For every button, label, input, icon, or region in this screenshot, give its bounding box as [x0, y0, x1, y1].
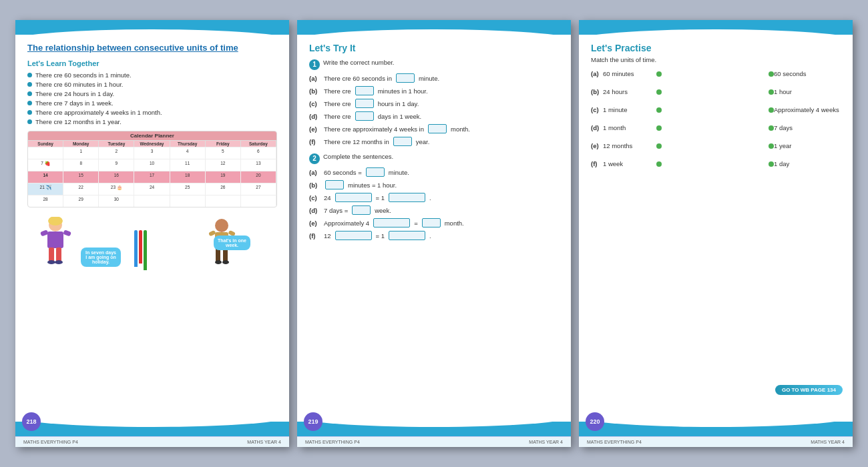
cal-cell: 26 [206, 183, 241, 195]
section1-header: 1 Write the correct number. [309, 59, 559, 70]
cal-cell: 23 🎂 [99, 183, 134, 195]
exercise-2b: (b) minutes = 1 hour. [309, 180, 559, 189]
cal-header: Saturday [241, 141, 276, 147]
match-dot-right [769, 161, 774, 167]
page-footer-middle: MATHS EVERYTHING P4 219 MATHS YEAR 4 [297, 436, 571, 447]
speech-bubble-holiday: In seven days I am going on holiday. [81, 248, 121, 267]
cal-cell: 5 [206, 147, 241, 159]
section-num-2: 2 [309, 153, 320, 164]
fill-box-2e2[interactable] [422, 218, 441, 227]
cal-cell: 24 [134, 183, 170, 195]
fill-box-2e1[interactable] [373, 218, 410, 227]
wb-button[interactable]: GO TO WB PAGE 134 [775, 385, 843, 395]
cal-cell: 16 [99, 171, 134, 183]
cal-cell: 11 [170, 159, 206, 171]
wave-top-right [579, 20, 853, 35]
section2-header: 2 Complete the sentences. [309, 153, 559, 164]
exercise-2e: (e) Approximately 4 = month. [309, 218, 559, 227]
fill-box-2a[interactable] [366, 167, 385, 177]
cal-cell: 14 [28, 171, 63, 183]
exercise-d: (d) There cre days in 1 week. [309, 111, 559, 121]
middle-page-content: Let's Try It 1 Write the correct number.… [297, 35, 571, 422]
cal-cell: 9 [99, 159, 134, 171]
speech-bubble-week: That's in one week. [214, 236, 250, 250]
cal-cell: 28 [28, 195, 63, 207]
cal-cell [28, 147, 63, 159]
bullet-dot [27, 101, 32, 105]
cal-cell: 12 [206, 159, 241, 171]
match-dot-left [656, 71, 662, 77]
match-dot-right [769, 125, 774, 131]
instruction-1: Write the correct number. [323, 59, 394, 66]
exercise-2d: (d) 7 days = week. [309, 205, 559, 215]
fill-box-d[interactable] [355, 111, 374, 121]
cal-cell: 10 [134, 159, 170, 171]
page-number-right: 220 [586, 412, 604, 431]
footer-left-text-m: MATHS EVERYTHING P4 [305, 440, 360, 444]
cal-cell: 15 [63, 171, 99, 183]
match-dot-right [769, 71, 774, 77]
match-dot-right [769, 143, 774, 149]
learn-together-title: Let's Learn Together [27, 59, 277, 67]
cal-cell: 29 [63, 195, 99, 207]
section-num-1: 1 [309, 59, 320, 70]
pencil-red [139, 230, 142, 264]
exercise-c: (c) There cre hours in 1 day. [309, 99, 559, 108]
cal-cell: 22 [63, 183, 99, 195]
fill-box-f[interactable] [393, 137, 412, 146]
cal-cell: 3 [134, 147, 170, 159]
fill-box-2c2[interactable] [389, 193, 425, 202]
wave-top-left [15, 20, 289, 35]
fill-box-b[interactable] [355, 86, 374, 95]
cal-cell: 19 [206, 171, 241, 183]
svg-rect-5 [40, 229, 49, 236]
calendar-title: Calendar Planner [28, 131, 276, 140]
footer-left-text-r: MATHS EVERYTHING P4 [587, 440, 642, 444]
fill-box-a[interactable] [396, 73, 415, 83]
fill-box-2f1[interactable] [335, 231, 372, 240]
exercise-2a: (a) 60 seconds = minute. [309, 167, 559, 177]
bullet-item: There cre approximately 4 weeks in 1 mon… [27, 109, 277, 116]
match-instruction: Match the units of time. [591, 56, 841, 63]
cal-header: Monday [63, 141, 99, 147]
practise-title: Let's Practise [591, 43, 841, 53]
match-item-a: (a) 60 minutes 60 seconds [591, 70, 841, 77]
svg-point-15 [215, 260, 222, 264]
fill-box-2f2[interactable] [389, 231, 425, 240]
fill-box-2b[interactable] [325, 180, 344, 189]
svg-rect-4 [56, 248, 61, 262]
pencils [134, 230, 147, 270]
exercise-a: (a) There cre 60 seconds in minute. [309, 73, 559, 83]
left-page-content: The relationship between consecutive uni… [15, 35, 289, 422]
match-dot-right [769, 107, 774, 113]
cal-cell: 13 [241, 159, 276, 171]
pencil-blue [134, 230, 138, 267]
exercise-f: (f) There cre 12 months in year. [309, 137, 559, 146]
page-footer-left: MATHS EVERYTHING P4 218 MATHS YEAR 4 [15, 436, 289, 447]
match-dot-left [656, 107, 662, 113]
cal-cell: 25 [170, 183, 206, 195]
calendar-grid: Sunday Monday Tuesday Wednesday Thursday… [28, 140, 276, 207]
bullet-dot [27, 91, 32, 96]
footer-right-text: MATHS YEAR 4 [247, 440, 281, 444]
fill-box-2d[interactable] [352, 205, 371, 215]
instruction-2: Complete the sentences. [323, 153, 393, 160]
fill-box-2c1[interactable] [335, 193, 372, 202]
bullet-item: There cre 12 months in 1 year. [27, 118, 277, 125]
wb-button-container: GO TO WB PAGE 134 [775, 382, 843, 395]
page-title: The relationship between consecutive uni… [27, 43, 277, 54]
svg-point-16 [222, 260, 229, 264]
fill-box-e[interactable] [428, 124, 447, 133]
exercise-e: (e) There cre approximately 4 weeks in m… [309, 124, 559, 133]
cal-cell [170, 195, 206, 207]
cal-cell [206, 195, 241, 207]
page-middle: Let's Try It 1 Write the correct number.… [297, 20, 571, 447]
svg-rect-3 [49, 248, 54, 262]
fill-box-c[interactable] [355, 99, 374, 108]
right-page-content: Let's Practise Match the units of time. … [579, 35, 853, 422]
cal-header: Wednesday [134, 141, 170, 147]
svg-point-9 [215, 219, 228, 232]
cal-cell: 4 [170, 147, 206, 159]
cal-cell: 7 🍓 [28, 159, 63, 171]
exercise-b: (b) There cre minutes in 1 hour. [309, 86, 559, 95]
